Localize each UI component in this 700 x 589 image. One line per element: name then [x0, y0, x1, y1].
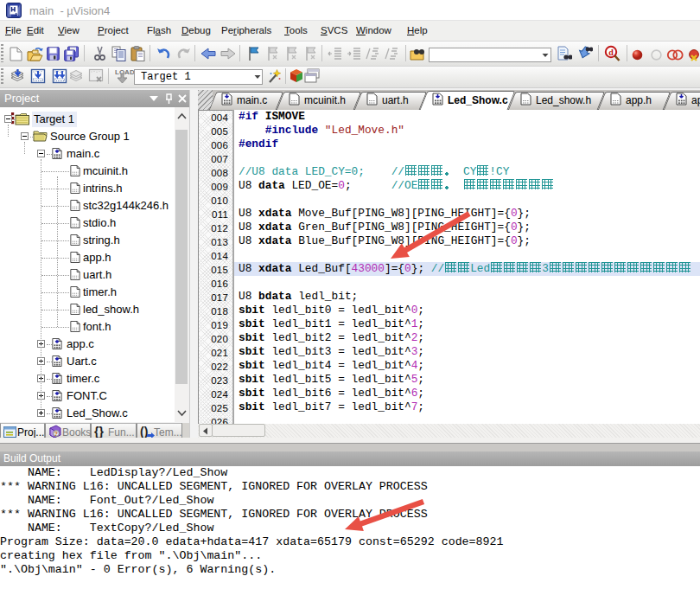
svg-text:LOAD: LOAD: [115, 68, 134, 76]
svg-text:?: ?: [54, 431, 58, 437]
svg-text:d: d: [608, 48, 614, 57]
